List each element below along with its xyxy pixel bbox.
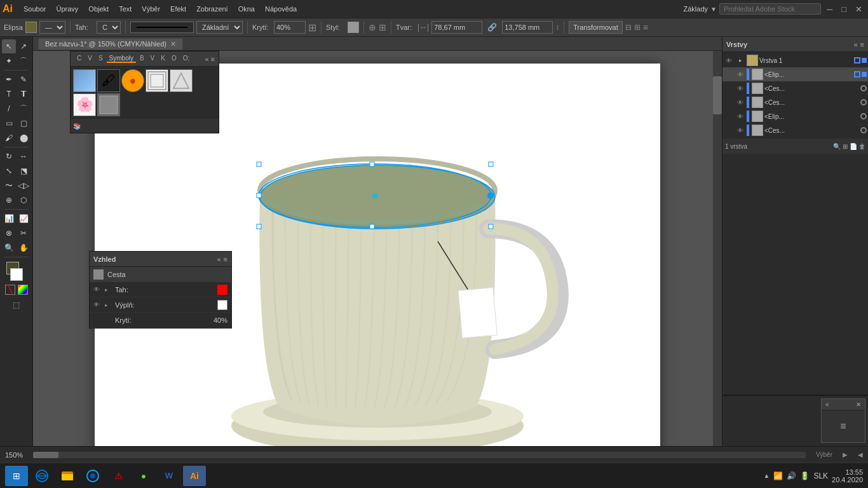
- stock-search-input[interactable]: [719, 3, 821, 15]
- browser-button[interactable]: [81, 466, 104, 486]
- symbol-1[interactable]: [73, 69, 96, 92]
- layer-visibility-1[interactable]: 👁: [724, 55, 734, 65]
- menu-okna[interactable]: Okna: [234, 4, 259, 14]
- scissors-tool[interactable]: ✂: [17, 226, 31, 240]
- layer-subitem-2[interactable]: 👁 <Ces...: [722, 81, 868, 95]
- appearance-stroke-swatch[interactable]: [217, 285, 227, 295]
- appearance-stroke-eye[interactable]: 👁: [93, 286, 102, 293]
- workspace-dropdown-icon[interactable]: ▼: [710, 6, 717, 13]
- shear-tool[interactable]: ⬔: [17, 164, 31, 178]
- symbol-7[interactable]: [97, 93, 120, 116]
- color-icon[interactable]: [18, 285, 28, 295]
- symbol-6[interactable]: 🌸: [73, 93, 96, 116]
- tab-s[interactable]: S: [96, 55, 105, 63]
- arc-tool[interactable]: ⌒: [17, 102, 31, 116]
- appearance-fill-eye[interactable]: 👁: [93, 301, 102, 308]
- paintbrush-tool[interactable]: 🖌: [2, 131, 16, 145]
- menu-text[interactable]: Text: [114, 4, 136, 14]
- line-tool[interactable]: /: [2, 102, 16, 116]
- menu-overflow-icon[interactable]: ≡: [643, 22, 648, 32]
- lasso-tool[interactable]: ⌒: [17, 54, 31, 68]
- tab-v[interactable]: V: [85, 55, 95, 63]
- layer-subitem-4[interactable]: 👁 <Elip...: [722, 109, 868, 123]
- layers-panel-collapse[interactable]: «: [853, 41, 857, 48]
- canvas-vertical-scrollbar[interactable]: [713, 51, 722, 463]
- layer-lock-1[interactable]: ▸: [735, 57, 745, 64]
- fill-swatch[interactable]: [25, 22, 37, 33]
- layer-row-1[interactable]: 👁 ▸ Vrstva 1: [722, 53, 868, 67]
- layer-visibility-sub-4[interactable]: 👁: [735, 111, 745, 121]
- rounded-rect-tool[interactable]: ▢: [17, 116, 31, 130]
- menu-objekt[interactable]: Objekt: [84, 4, 113, 14]
- tab-b[interactable]: B: [137, 55, 147, 63]
- play-icon[interactable]: ▶: [843, 451, 848, 458]
- height-input[interactable]: [502, 21, 553, 34]
- menu-zobrazeni[interactable]: Zobrazení: [192, 4, 233, 14]
- layer-visibility-sub-3[interactable]: 👁: [735, 97, 745, 107]
- symbol-2[interactable]: 🖋: [97, 69, 120, 92]
- rectangle-tool[interactable]: ▭: [2, 116, 16, 130]
- transform-globe-icon[interactable]: ⊕: [369, 22, 376, 32]
- layer-visibility-sub-5[interactable]: 👁: [735, 125, 745, 135]
- symbols-menu[interactable]: ≡: [211, 55, 215, 63]
- shape-builder-tool[interactable]: ⊕: [2, 193, 16, 207]
- slice-tool[interactable]: ⊗: [2, 226, 16, 240]
- appearance-menu[interactable]: ≡: [224, 255, 227, 263]
- menu-soubor[interactable]: Soubor: [19, 4, 50, 14]
- menu-efekt[interactable]: Efekt: [166, 4, 191, 14]
- touch-type-tool[interactable]: 𝗧: [17, 87, 31, 101]
- vscroll-thumb[interactable]: [713, 76, 722, 114]
- add-anchor-tool[interactable]: ✎: [17, 72, 31, 86]
- layers-search-icon[interactable]: 🔍: [833, 143, 841, 150]
- scale-tool[interactable]: ⤡: [2, 164, 16, 178]
- illustrator-button[interactable]: Ai: [183, 466, 206, 486]
- layer-subitem-1[interactable]: 👁 <Elip...: [722, 67, 868, 81]
- appearance-fill-swatch[interactable]: [217, 300, 227, 310]
- background-color[interactable]: [10, 268, 23, 281]
- layer-visibility-sub-2[interactable]: 👁: [735, 83, 745, 93]
- transform-grid-icon[interactable]: ⊞: [379, 22, 386, 32]
- live-paint-tool[interactable]: ⬡: [17, 193, 31, 207]
- style-swatch[interactable]: [348, 22, 359, 33]
- close-button[interactable]: ✕: [852, 4, 865, 14]
- width-tool[interactable]: ◁▷: [17, 179, 31, 193]
- blob-brush-tool[interactable]: ⬤: [17, 131, 31, 145]
- warp-tool[interactable]: 〜: [2, 179, 16, 193]
- start-button[interactable]: ⊞: [5, 466, 28, 486]
- appearance-fill-expand[interactable]: ▸: [105, 302, 112, 308]
- column-graph-tool[interactable]: 📊: [2, 212, 16, 226]
- opacity-slider-icon[interactable]: ⊞: [308, 22, 316, 34]
- security-button[interactable]: ⚠: [107, 466, 130, 486]
- tab-c[interactable]: C: [74, 55, 84, 63]
- transform-button[interactable]: Transformovat: [569, 21, 623, 34]
- greenshot-button[interactable]: ●: [132, 466, 155, 486]
- zoom-tool[interactable]: 🔍: [2, 241, 16, 255]
- symbols-collapse[interactable]: «: [205, 55, 208, 63]
- select-tool[interactable]: ↖: [2, 39, 16, 53]
- word-button[interactable]: W: [158, 466, 180, 486]
- close-tab-button[interactable]: ✕: [170, 40, 176, 48]
- layer-visibility-sub-1[interactable]: 👁: [735, 69, 745, 79]
- width-input[interactable]: [431, 21, 482, 34]
- align-icon[interactable]: ⊟: [625, 23, 632, 32]
- menu-upravy[interactable]: Úpravy: [51, 4, 83, 14]
- symbol-5[interactable]: [170, 69, 193, 92]
- prev-icon[interactable]: ◀: [858, 451, 863, 458]
- distribute-icon[interactable]: ⊞: [634, 23, 641, 32]
- hand-tool[interactable]: ✋: [17, 241, 31, 255]
- type-tool[interactable]: T: [2, 87, 16, 101]
- magic-wand-tool[interactable]: ✦: [2, 54, 16, 68]
- tab-symboly[interactable]: Symboly: [107, 55, 136, 63]
- symbol-3[interactable]: ●: [121, 69, 144, 92]
- bar-graph-tool[interactable]: 📈: [17, 212, 31, 226]
- menu-napoveda[interactable]: Nápověda: [261, 4, 301, 14]
- fill-type-dropdown[interactable]: —: [39, 21, 65, 34]
- tray-volume[interactable]: 🔊: [787, 471, 796, 480]
- tab-o2[interactable]: O;: [180, 55, 193, 63]
- tray-arrow[interactable]: ▲: [763, 472, 770, 479]
- appearance-collapse[interactable]: «: [217, 255, 220, 263]
- explorer-button[interactable]: [56, 466, 79, 486]
- layer-subitem-5[interactable]: 👁 <Ces...: [722, 123, 868, 137]
- tray-network[interactable]: 📶: [773, 471, 783, 480]
- appearance-stroke-expand[interactable]: ▸: [105, 287, 112, 293]
